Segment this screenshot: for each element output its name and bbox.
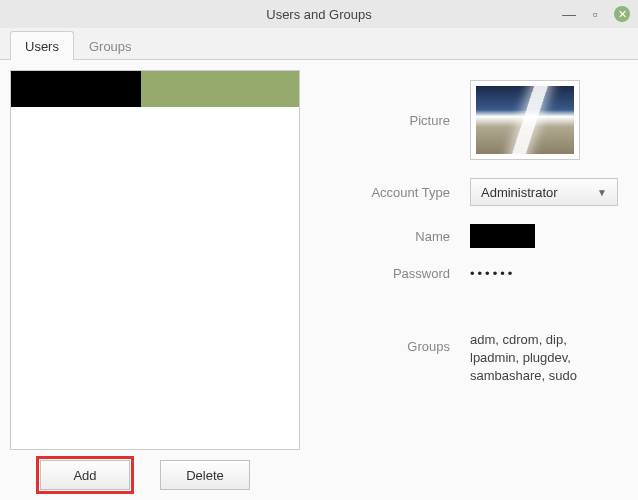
list-item[interactable] [11, 71, 299, 107]
window-title: Users and Groups [266, 7, 372, 22]
account-type-value: Administrator [481, 185, 558, 200]
user-list-panel [10, 70, 300, 450]
tabbar: Users Groups [0, 28, 638, 60]
account-type-label: Account Type [320, 185, 470, 200]
password-value[interactable]: •••••• [470, 266, 515, 281]
user-thumb [11, 71, 141, 107]
window-controls: — ▫ ✕ [562, 0, 630, 28]
picture-button[interactable] [470, 80, 580, 160]
field-picture: Picture [320, 80, 618, 160]
close-icon[interactable]: ✕ [614, 6, 630, 22]
groups-label: Groups [320, 331, 470, 354]
chevron-down-icon: ▼ [597, 187, 607, 198]
minimize-icon[interactable]: — [562, 7, 576, 21]
button-bar: Add Delete [0, 450, 638, 500]
password-label: Password [320, 266, 470, 281]
user-listbox[interactable] [10, 70, 300, 450]
add-button[interactable]: Add [40, 460, 130, 490]
groups-value: adm, cdrom, dip, lpadmin, plugdev, samba… [470, 331, 618, 386]
account-type-select[interactable]: Administrator ▼ [470, 178, 618, 206]
field-name: Name [320, 224, 618, 248]
tab-users[interactable]: Users [10, 31, 74, 60]
picture-label: Picture [320, 113, 470, 128]
name-label: Name [320, 229, 470, 244]
maximize-icon[interactable]: ▫ [588, 7, 602, 21]
titlebar: Users and Groups — ▫ ✕ [0, 0, 638, 28]
field-account-type: Account Type Administrator ▼ [320, 178, 618, 206]
field-password: Password •••••• [320, 266, 618, 281]
field-groups: Groups adm, cdrom, dip, lpadmin, plugdev… [320, 331, 618, 386]
picture-icon [476, 86, 574, 154]
name-value[interactable] [470, 224, 535, 248]
delete-button[interactable]: Delete [160, 460, 250, 490]
details-panel: Picture Account Type Administrator ▼ Nam… [320, 70, 628, 450]
content: Picture Account Type Administrator ▼ Nam… [0, 60, 638, 450]
tab-groups[interactable]: Groups [74, 31, 147, 60]
